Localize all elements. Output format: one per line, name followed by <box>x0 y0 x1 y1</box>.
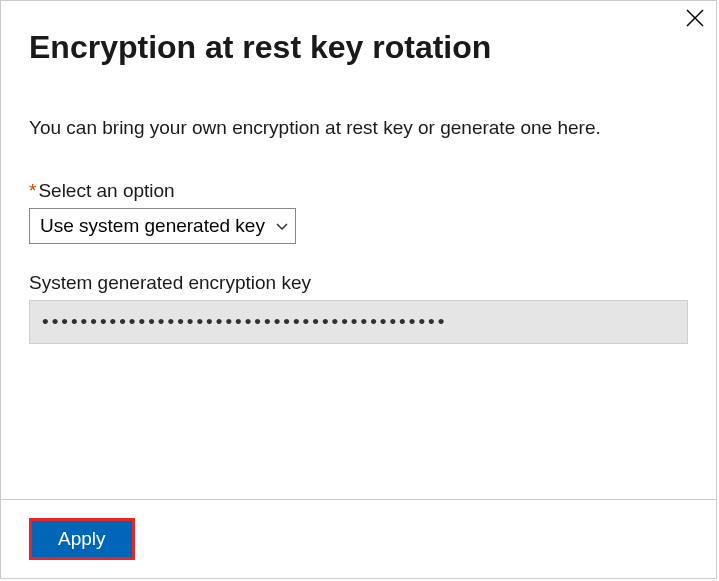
option-label-text: Select an option <box>38 180 174 201</box>
key-label: System generated encryption key <box>29 272 688 294</box>
required-indicator: * <box>29 180 36 201</box>
option-select-wrapper: Use system generated key <box>29 208 296 244</box>
dialog-footer: Apply <box>1 499 716 578</box>
encryption-rotation-dialog: Encryption at rest key rotation You can … <box>0 0 717 579</box>
close-icon[interactable] <box>682 7 708 33</box>
encryption-key-field <box>29 300 688 344</box>
option-select[interactable]: Use system generated key <box>29 208 296 244</box>
dialog-title: Encryption at rest key rotation <box>29 29 688 66</box>
dialog-description: You can bring your own encryption at res… <box>29 114 688 142</box>
dialog-content: Encryption at rest key rotation You can … <box>1 1 716 499</box>
key-field-group: System generated encryption key <box>29 272 688 344</box>
apply-button[interactable]: Apply <box>29 518 135 560</box>
option-field-group: *Select an option Use system generated k… <box>29 180 688 244</box>
option-select-value: Use system generated key <box>40 215 265 236</box>
option-label: *Select an option <box>29 180 688 202</box>
